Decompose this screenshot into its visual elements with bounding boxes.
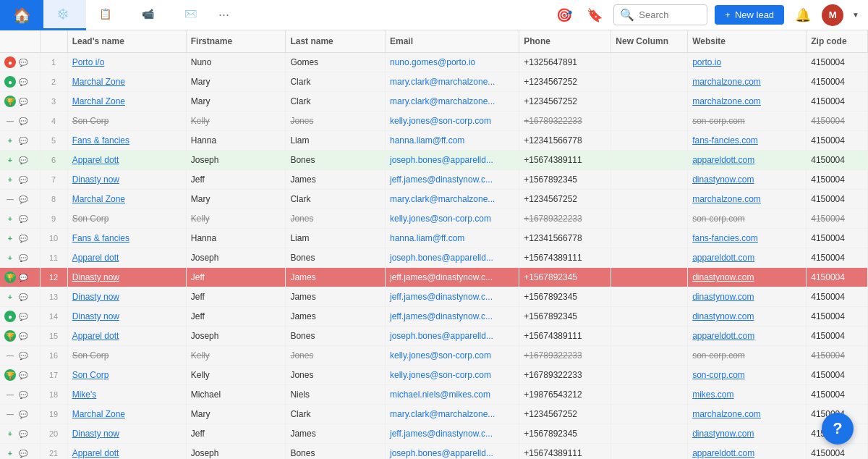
website-cell[interactable]: dinastynow.com — [688, 287, 807, 307]
action-icon[interactable]: 💬 — [17, 408, 29, 420]
email-cell[interactable]: mary.clark@marchalzone... — [386, 190, 519, 209]
email-value[interactable]: joseph.bones@apparelld... — [390, 331, 493, 341]
lead-name-cell[interactable]: Apparel dott — [67, 444, 186, 460]
tab-leads[interactable]: 📋 — [86, 0, 129, 30]
website-cell[interactable]: son-corp.com — [688, 209, 807, 229]
action-icon[interactable]: 🏆 — [4, 96, 16, 107]
tab-clients[interactable]: 📹 — [129, 0, 171, 30]
lead-name-cell[interactable]: Marchal Zone — [67, 92, 186, 111]
website-value[interactable]: appareldott.com — [692, 155, 754, 165]
action-icon[interactable]: + — [4, 428, 16, 439]
email-value[interactable]: jeff.james@dinastynow.c... — [390, 429, 493, 439]
lead-name-link[interactable]: Marchal Zone — [72, 194, 125, 204]
action-icon[interactable]: 💬 — [17, 96, 29, 107]
lead-name-cell[interactable]: Dinasty now — [67, 170, 186, 190]
email-cell[interactable]: mary.clark@marchalzone... — [386, 405, 519, 424]
target-icon-btn[interactable]: 🎯 — [553, 4, 576, 27]
action-icon[interactable]: 💬 — [17, 271, 29, 283]
lead-name-link[interactable]: Son Corp — [72, 214, 109, 224]
lead-name-link[interactable]: Porto i/o — [72, 57, 105, 67]
email-cell[interactable]: nuno.gomes@porto.io — [386, 53, 519, 72]
action-icon[interactable]: 💬 — [17, 76, 29, 88]
website-value[interactable]: fans-fancies.com — [692, 233, 758, 243]
email-value[interactable]: mary.clark@marchalzone... — [390, 77, 495, 87]
website-cell[interactable]: appareldott.com — [688, 444, 807, 460]
website-value[interactable]: marchalzone.com — [692, 96, 761, 106]
website-value[interactable]: appareldott.com — [692, 253, 754, 263]
action-icon[interactable]: 💬 — [17, 291, 29, 303]
website-cell[interactable]: fans-fancies.com — [688, 131, 807, 151]
email-value[interactable]: kelly.jones@son-corp.com — [390, 370, 491, 380]
action-icon[interactable]: 💬 — [17, 154, 29, 166]
email-cell[interactable]: kelly.jones@son-corp.com — [386, 209, 519, 229]
email-cell[interactable]: jeff.james@dinastynow.c... — [386, 287, 519, 307]
lead-name-link[interactable]: Apparel dott — [72, 253, 119, 263]
lead-name-cell[interactable]: Son Corp — [67, 111, 186, 131]
action-icon[interactable]: 💬 — [17, 174, 29, 185]
lead-name-link[interactable]: Apparel dott — [72, 155, 119, 165]
lead-name-link[interactable]: Marchal Zone — [72, 77, 125, 87]
lead-name-cell[interactable]: Son Corp — [67, 346, 186, 366]
email-cell[interactable]: hanna.liam@ff.com — [386, 229, 519, 248]
email-cell[interactable]: joseph.bones@apparelld... — [386, 444, 519, 460]
website-value[interactable]: dinastynow.com — [692, 174, 754, 185]
lead-name-cell[interactable]: Son Corp — [67, 209, 186, 229]
action-icon[interactable]: 💬 — [17, 428, 29, 439]
email-cell[interactable]: kelly.jones@son-corp.com — [386, 346, 519, 366]
email-cell[interactable]: kelly.jones@son-corp.com — [386, 111, 519, 131]
lead-name-link[interactable]: Dinasty now — [72, 429, 119, 439]
lead-name-cell[interactable]: Marchal Zone — [67, 72, 186, 92]
lead-name-cell[interactable]: Dinasty now — [67, 307, 186, 327]
email-value[interactable]: jeff.james@dinastynow.c... — [390, 292, 493, 302]
email-value[interactable]: mary.clark@marchalzone... — [390, 409, 495, 419]
email-cell[interactable]: jeff.james@dinastynow.c... — [386, 268, 519, 287]
more-dots[interactable]: ··· — [210, 7, 238, 22]
action-icon[interactable]: + — [4, 154, 16, 166]
website-value[interactable]: son-corp.com — [692, 370, 745, 380]
lead-name-cell[interactable]: Fans & fancies — [67, 229, 186, 248]
website-value[interactable]: marchalzone.com — [692, 194, 761, 204]
action-icon[interactable]: ● — [4, 311, 16, 322]
action-icon[interactable]: 🏆 — [4, 271, 16, 283]
website-value[interactable]: appareldott.com — [692, 331, 754, 341]
email-value[interactable]: joseph.bones@apparelld... — [390, 155, 493, 165]
lead-name-cell[interactable]: Dinasty now — [67, 424, 186, 444]
website-cell[interactable]: fans-fancies.com — [688, 229, 807, 248]
email-value[interactable]: kelly.jones@son-corp.com — [390, 350, 491, 361]
website-cell[interactable]: dinastynow.com — [688, 170, 807, 190]
email-cell[interactable]: michael.niels@mikes.com — [386, 385, 519, 405]
email-cell[interactable]: joseph.bones@apparelld... — [386, 248, 519, 268]
website-cell[interactable]: appareldott.com — [688, 248, 807, 268]
website-value[interactable]: fans-fancies.com — [692, 135, 758, 146]
email-value[interactable]: joseph.bones@apparelld... — [390, 253, 493, 263]
action-icon[interactable]: 💬 — [17, 350, 29, 361]
email-value[interactable]: mary.clark@marchalzone... — [390, 194, 495, 204]
action-icon[interactable]: + — [4, 447, 16, 459]
action-icon[interactable]: 💬 — [17, 115, 29, 127]
website-value[interactable]: marchalzone.com — [692, 77, 761, 87]
email-value[interactable]: nuno.gomes@porto.io — [390, 57, 475, 67]
lead-name-link[interactable]: Dinasty now — [72, 292, 119, 302]
email-value[interactable]: michael.niels@mikes.com — [390, 389, 490, 400]
website-cell[interactable]: dinastynow.com — [688, 268, 807, 287]
lead-name-link[interactable]: Apparel dott — [72, 331, 119, 341]
bookmark-icon-btn[interactable]: 🔖 — [583, 4, 606, 27]
website-value[interactable]: porto.io — [692, 57, 721, 67]
website-value[interactable]: dinastynow.com — [692, 272, 754, 282]
help-button[interactable]: ? — [822, 413, 854, 445]
email-value[interactable]: mary.clark@marchalzone... — [390, 96, 495, 106]
home-icon-wrap[interactable]: 🏠 — [0, 0, 43, 30]
email-cell[interactable]: joseph.bones@apparelld... — [386, 151, 519, 170]
lead-name-link[interactable]: Apparel dott — [72, 448, 119, 458]
lead-name-cell[interactable]: Fans & fancies — [67, 131, 186, 151]
website-value[interactable]: son-corp.com — [692, 116, 745, 126]
action-icon[interactable]: 💬 — [17, 389, 29, 400]
action-icon[interactable]: 🏆 — [4, 369, 16, 381]
action-icon[interactable]: 💬 — [17, 311, 29, 322]
lead-name-cell[interactable]: Son Corp — [67, 366, 186, 385]
email-value[interactable]: hanna.liam@ff.com — [390, 135, 464, 146]
email-cell[interactable]: jeff.james@dinastynow.c... — [386, 424, 519, 444]
email-cell[interactable]: hanna.liam@ff.com — [386, 131, 519, 151]
website-cell[interactable]: porto.io — [688, 53, 807, 72]
lead-name-cell[interactable]: Apparel dott — [67, 248, 186, 268]
